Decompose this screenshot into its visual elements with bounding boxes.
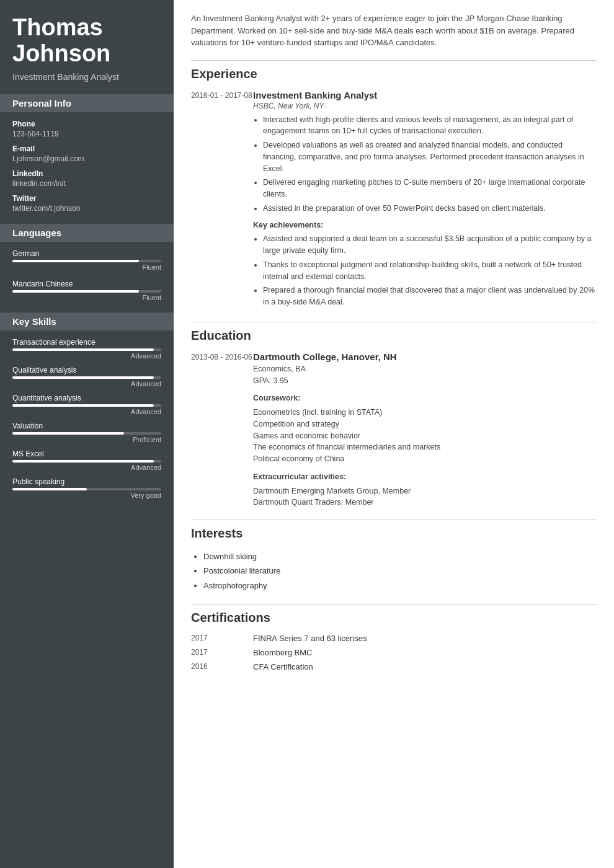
- skill-item: Quantitative analysis Advanced: [12, 394, 161, 415]
- skill-bar-bg: [12, 348, 161, 351]
- cert-name: CFA Certification: [253, 662, 313, 671]
- gpa: GPA: 3.95: [253, 375, 597, 387]
- skill-item: Qualitative analysis Advanced: [12, 366, 161, 388]
- skill-item: MS Excel Advanced: [12, 450, 161, 471]
- phone-value: 123-564-1119: [12, 130, 161, 138]
- bullet: Interacted with high-profile clients and…: [263, 114, 597, 138]
- bullet: Delivered engaging marketing pitches to …: [263, 177, 597, 200]
- skill-name: MS Excel: [12, 450, 161, 458]
- skill-name: Public speaking: [12, 477, 161, 486]
- cert-name: Bloomberg BMC: [253, 648, 312, 657]
- main-content: An Investment Banking Analyst with 2+ ye…: [174, 0, 614, 868]
- entry-body: Interacted with high-profile clients and…: [253, 114, 597, 308]
- entry-title: Investment Banking Analyst: [253, 90, 597, 100]
- linkedin-value: linkedin.com/in/t: [12, 179, 161, 188]
- language-item: German Fluent: [12, 249, 161, 271]
- languages-header: Languages: [0, 224, 174, 242]
- achievement: Assisted and supported a deal team on a …: [263, 233, 597, 257]
- certification-row: 2017 Bloomberg BMC: [191, 648, 597, 657]
- skill-level: Very good: [12, 492, 161, 499]
- email-value: t.johnson@gmail.com: [12, 154, 161, 163]
- interests-header: Interests: [191, 526, 597, 541]
- skill-bar-bg: [12, 404, 161, 407]
- certifications-list: 2017 FINRA Series 7 and 63 licenses 2017…: [191, 634, 597, 671]
- extracurricular-label: Extracurricular activities:: [253, 471, 597, 483]
- certifications-header: Certifications: [191, 611, 597, 625]
- skill-bar-fill: [12, 348, 154, 351]
- skill-bar-bg: [12, 488, 161, 490]
- degree: Economics, BA: [253, 363, 597, 375]
- phone-block: Phone 123-564-1119: [12, 120, 161, 138]
- email-label: E-mail: [12, 144, 161, 153]
- skill-level: Advanced: [12, 464, 161, 471]
- skill-bar-fill: [12, 432, 124, 435]
- language-level: Fluent: [12, 264, 161, 271]
- education-header: Education: [191, 329, 597, 343]
- twitter-label: Twitter: [12, 194, 161, 203]
- experience-header: Experience: [191, 67, 597, 81]
- twitter-value: twitter.com/t.johnson: [12, 204, 161, 213]
- achievements-label: Key achievements:: [253, 219, 597, 231]
- divider-certifications: [191, 604, 597, 604]
- skill-bar-bg: [12, 432, 161, 435]
- extracurricular-item: Dartmouth Quant Traders, Member: [253, 497, 597, 508]
- skill-level: Advanced: [12, 380, 161, 388]
- achievement: Prepared a thorough financial model that…: [263, 285, 597, 308]
- skill-bar-fill: [12, 460, 154, 463]
- email-block: E-mail t.johnson@gmail.com: [12, 144, 161, 163]
- summary: An Investment Banking Analyst with 2+ ye…: [191, 12, 597, 49]
- certification-row: 2016 CFA Certification: [191, 662, 597, 671]
- cert-year: 2017: [191, 648, 253, 657]
- entry-date: 2013-08 - 2016-06: [191, 352, 253, 508]
- coursework-item: Games and economic behavior: [253, 430, 597, 442]
- experience-entry: 2016-01 - 2017-08 Investment Banking Ana…: [191, 90, 597, 311]
- skill-item: Valuation Proficient: [12, 422, 161, 443]
- entry-body: Economics, BA GPA: 3.95 Coursework: Econ…: [253, 363, 597, 508]
- skill-name: Qualitative analysis: [12, 366, 161, 374]
- skill-name: Valuation: [12, 422, 161, 430]
- skill-bar-fill: [12, 404, 154, 407]
- phone-label: Phone: [12, 120, 161, 128]
- entry-date: 2016-01 - 2017-08: [191, 90, 253, 311]
- interest-item: Astrophotography: [203, 578, 597, 593]
- bullet: Assisted in the preparation of over 50 P…: [263, 203, 597, 215]
- skill-level: Proficient: [12, 436, 161, 443]
- coursework-item: The economics of financial intermediarie…: [253, 441, 597, 453]
- coursework-item: Econometrics (incl. training in STATA): [253, 407, 597, 418]
- interests-list: Downhill skiingPostcolonial literatureAs…: [191, 549, 597, 593]
- cert-year: 2017: [191, 634, 253, 643]
- interest-item: Postcolonial literature: [203, 564, 597, 578]
- bullet: Developed valuations as well as created …: [263, 140, 597, 174]
- skill-item: Public speaking Very good: [12, 477, 161, 499]
- language-level: Fluent: [12, 294, 161, 301]
- coursework-item: Political economy of China: [253, 453, 597, 465]
- language-bar-fill: [12, 290, 139, 293]
- skill-bar-fill: [12, 376, 154, 379]
- skill-bar-fill: [12, 488, 87, 490]
- skill-name: Transactional experience: [12, 338, 161, 347]
- linkedin-block: LinkedIn linkedin.com/in/t: [12, 169, 161, 188]
- language-bar-fill: [12, 260, 139, 262]
- skill-name: Quantitative analysis: [12, 394, 161, 402]
- cert-year: 2016: [191, 662, 253, 671]
- skill-bar-bg: [12, 376, 161, 379]
- cert-name: FINRA Series 7 and 63 licenses: [253, 634, 367, 643]
- divider-interests: [191, 520, 597, 520]
- linkedin-label: LinkedIn: [12, 169, 161, 178]
- language-name: Mandarin Chinese: [12, 280, 161, 288]
- languages-list: German Fluent Mandarin Chinese Fluent: [12, 249, 161, 301]
- entry-subtitle: HSBC, New York, NY: [253, 102, 597, 110]
- skill-bar-bg: [12, 460, 161, 463]
- education-entry: 2013-08 - 2016-06 Dartmouth College, Han…: [191, 352, 597, 508]
- extracurricular-item: Dartmouth Emerging Markets Group, Member: [253, 485, 597, 497]
- skill-level: Advanced: [12, 408, 161, 415]
- language-bar-bg: [12, 290, 161, 293]
- experience-list: 2016-01 - 2017-08 Investment Banking Ana…: [191, 90, 597, 311]
- language-name: German: [12, 249, 161, 258]
- interest-item: Downhill skiing: [203, 549, 597, 564]
- skill-level: Advanced: [12, 352, 161, 360]
- divider-experience: [191, 60, 597, 61]
- institution-name: Dartmouth College, Hanover, NH: [253, 352, 597, 362]
- skills-list: Transactional experience Advanced Qualit…: [12, 338, 161, 499]
- skill-item: Transactional experience Advanced: [12, 338, 161, 360]
